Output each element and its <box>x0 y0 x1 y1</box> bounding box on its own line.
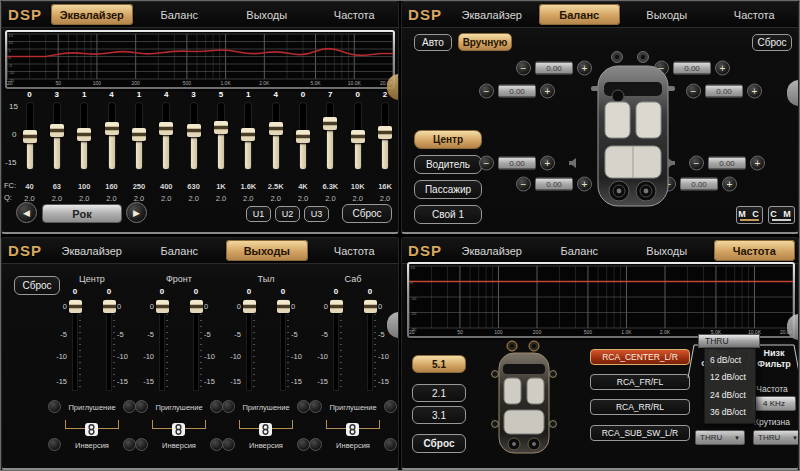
output-gain-slider[interactable] <box>334 300 338 390</box>
tab-эквалайзер[interactable]: Эквалайзер <box>451 240 533 261</box>
mute-toggle-left[interactable] <box>48 400 61 413</box>
invert-toggle-left[interactable] <box>309 438 322 451</box>
memory-button-u3[interactable]: U3 <box>304 206 329 222</box>
band-gain-slider[interactable] <box>163 103 169 169</box>
band-slider-knob[interactable] <box>159 122 173 135</box>
tab-эквалайзер[interactable]: Эквалайзер <box>51 240 133 261</box>
mute-toggle-left[interactable] <box>135 400 148 413</box>
tab-эквалайзер[interactable]: Эквалайзер <box>451 4 533 25</box>
mute-toggle-left[interactable] <box>309 400 322 413</box>
dropdown-option[interactable]: 6 dB/oct <box>705 355 755 365</box>
dropdown-option[interactable]: 12 dB/oct <box>705 372 755 382</box>
tab-баланс[interactable]: Баланс <box>139 4 221 25</box>
output-slider-knob[interactable] <box>156 300 169 313</box>
slope-select-left[interactable]: THRU ▼ <box>695 430 745 445</box>
band-slider-knob[interactable] <box>378 126 392 139</box>
link-channels-icon[interactable] <box>259 423 272 436</box>
band-gain-slider[interactable] <box>136 103 142 169</box>
plus-button[interactable]: + <box>540 156 555 171</box>
tab-баланс[interactable]: Баланс <box>539 240 621 261</box>
band-gain-slider[interactable] <box>245 103 251 169</box>
output-slider-knob[interactable] <box>69 300 82 313</box>
slide-out-handle[interactable] <box>787 80 799 106</box>
output-gain-slider[interactable] <box>73 300 77 390</box>
freq-reset-button[interactable]: Сброс <box>412 434 466 453</box>
invert-toggle-left[interactable] <box>135 438 148 451</box>
position-button-2[interactable]: Водитель <box>414 155 482 174</box>
tab-баланс[interactable]: Баланс <box>539 4 621 25</box>
tab-выходы[interactable]: Выходы <box>626 4 708 25</box>
plus-button[interactable]: + <box>540 84 555 99</box>
balance-reset-button[interactable]: Сброс <box>752 34 792 51</box>
channel-button-5-1[interactable]: 5.1 <box>412 355 466 373</box>
tab-частота[interactable]: Частота <box>314 240 396 261</box>
balance-manual-button[interactable]: Вручную <box>458 33 512 51</box>
band-gain-slider[interactable] <box>273 103 279 169</box>
invert-toggle-right[interactable] <box>384 438 397 451</box>
balance-auto-button[interactable]: Авто <box>414 34 452 51</box>
band-gain-slider[interactable] <box>218 103 224 169</box>
band-gain-slider[interactable] <box>355 103 361 169</box>
output-slider-knob[interactable] <box>277 300 290 313</box>
tab-выходы[interactable]: Выходы <box>626 240 708 261</box>
rca-sub-button[interactable]: RCA_SUB_SW_L/R <box>590 425 690 441</box>
filter-freq-value[interactable]: 4 KHz <box>752 396 796 411</box>
invert-toggle-left[interactable] <box>48 438 61 451</box>
tab-частота[interactable]: Частота <box>714 240 796 261</box>
band-slider-knob[interactable] <box>23 130 37 143</box>
minus-button[interactable]: − <box>686 84 701 99</box>
output-gain-slider[interactable] <box>247 300 251 390</box>
band-slider-knob[interactable] <box>50 124 64 137</box>
link-channels-icon[interactable] <box>172 423 185 436</box>
preset-next-button[interactable]: ▶ <box>126 202 147 223</box>
plus-button[interactable]: + <box>715 61 730 76</box>
band-slider-knob[interactable] <box>269 122 283 135</box>
output-slider-knob[interactable] <box>190 300 203 313</box>
link-channels-icon[interactable] <box>85 423 98 436</box>
band-slider-knob[interactable] <box>105 122 119 135</box>
minus-button[interactable]: − <box>689 156 704 171</box>
band-gain-slider[interactable] <box>327 103 333 169</box>
rca-front-button[interactable]: RCA_FR/FL <box>590 374 690 390</box>
channel-button-2-1[interactable]: 2.1 <box>412 384 466 402</box>
mute-toggle-left[interactable] <box>222 400 235 413</box>
plus-button[interactable]: + <box>750 156 765 171</box>
band-slider-knob[interactable] <box>187 124 201 137</box>
rca-rear-button[interactable]: RCA_RR/RL <box>590 399 690 415</box>
minus-button[interactable]: − <box>516 177 531 192</box>
band-slider-knob[interactable] <box>296 130 310 143</box>
rca-center-button[interactable]: RCA_CENTER_L/R <box>590 349 690 365</box>
band-slider-knob[interactable] <box>214 121 228 134</box>
dropdown-option[interactable]: 36 dB/oct <box>705 407 755 417</box>
output-slider-knob[interactable] <box>330 300 343 313</box>
tab-частота[interactable]: Частота <box>714 4 796 25</box>
tab-частота[interactable]: Частота <box>314 4 396 25</box>
memory-button-u1[interactable]: U1 <box>246 206 271 222</box>
band-slider-knob[interactable] <box>351 130 365 143</box>
position-button-1[interactable]: Центр <box>414 130 482 149</box>
minus-button[interactable]: − <box>479 156 494 171</box>
slope-select-right[interactable]: THRU ▼ <box>753 430 799 445</box>
eq-reset-button[interactable]: Сброс <box>342 204 392 223</box>
output-gain-slider[interactable] <box>107 300 111 390</box>
tab-выходы[interactable]: Выходы <box>226 240 308 261</box>
band-slider-knob[interactable] <box>77 128 91 141</box>
output-slider-knob[interactable] <box>364 300 377 313</box>
band-gain-slider[interactable] <box>81 103 87 169</box>
output-gain-slider[interactable] <box>160 300 164 390</box>
mute-toggle-right[interactable] <box>384 400 397 413</box>
output-gain-slider[interactable] <box>194 300 198 390</box>
output-slider-knob[interactable] <box>243 300 256 313</box>
minus-button[interactable]: − <box>479 84 494 99</box>
tab-баланс[interactable]: Баланс <box>139 240 221 261</box>
link-channels-icon[interactable] <box>346 423 359 436</box>
band-gain-slider[interactable] <box>300 103 306 169</box>
mc-mode-button[interactable]: M C <box>736 206 763 224</box>
tab-эквалайзер[interactable]: Эквалайзер <box>51 4 133 25</box>
dropdown-option[interactable]: 24 dB/oct <box>705 390 755 400</box>
position-button-4[interactable]: Свой 1 <box>414 205 482 224</box>
memory-button-u2[interactable]: U2 <box>275 206 300 222</box>
position-button-3[interactable]: Пассажир <box>414 180 482 199</box>
plus-button[interactable]: + <box>747 84 762 99</box>
band-gain-slider[interactable] <box>27 103 33 169</box>
